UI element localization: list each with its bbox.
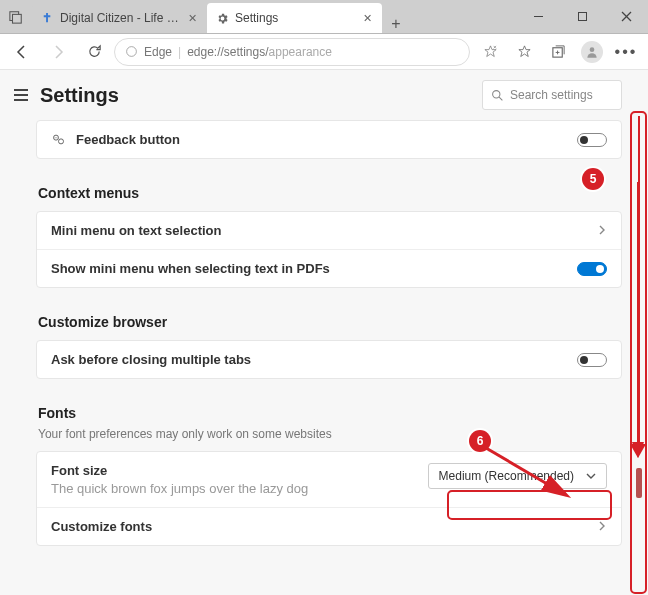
edge-icon — [125, 45, 138, 58]
feedback-toggle[interactable] — [577, 133, 607, 147]
row-ask-close-tabs: Ask before closing multiple tabs — [37, 341, 621, 378]
settings-content: Feedback button Context menus Mini menu … — [0, 116, 648, 595]
forward-button[interactable] — [42, 37, 74, 67]
favorites-button[interactable] — [508, 37, 540, 67]
svg-point-15 — [493, 90, 500, 97]
svg-point-18 — [59, 139, 64, 144]
page-title: Settings — [40, 84, 119, 107]
feedback-card: Feedback button — [36, 120, 622, 159]
settings-menu-button[interactable] — [14, 89, 28, 101]
row-font-size: Font size The quick brown fox jumps over… — [37, 452, 621, 507]
address-bar[interactable]: Edge | edge://settings/appearance — [114, 38, 470, 66]
section-context-menus: Context menus — [38, 185, 622, 201]
search-placeholder: Search settings — [510, 88, 593, 102]
chevron-right-icon — [597, 519, 607, 534]
svg-point-19 — [55, 137, 56, 138]
chevron-down-icon — [586, 471, 596, 481]
settings-header: Settings Search settings — [0, 70, 648, 116]
svg-point-14 — [590, 47, 595, 52]
omnibox-brand: Edge — [144, 45, 172, 59]
row-label: Show mini menu when selecting text in PD… — [51, 261, 330, 276]
dropdown-value: Medium (Recommended) — [439, 469, 574, 483]
ask-close-toggle[interactable] — [577, 353, 607, 367]
tab-label: Settings — [235, 11, 354, 25]
browser-toolbar: Edge | edge://settings/appearance ••• — [0, 34, 648, 70]
svg-point-20 — [56, 137, 57, 138]
settings-search[interactable]: Search settings — [482, 80, 622, 110]
favorite-page-button[interactable] — [474, 37, 506, 67]
row-customize-fonts[interactable]: Customize fonts — [37, 507, 621, 545]
refresh-button[interactable] — [78, 37, 110, 67]
window-titlebar: ✝ Digital Citizen - Life in a digital w … — [0, 0, 648, 34]
font-size-dropdown[interactable]: Medium (Recommended) — [428, 463, 607, 489]
svg-point-17 — [54, 135, 59, 140]
chevron-right-icon — [597, 223, 607, 238]
maximize-button[interactable] — [560, 0, 604, 33]
font-preview-text: The quick brown fox jumps over the lazy … — [51, 481, 308, 496]
close-icon[interactable]: ✕ — [185, 11, 199, 25]
context-menus-card: Mini menu on text selection Show mini me… — [36, 211, 622, 288]
avatar-icon — [581, 41, 603, 63]
pdf-mini-menu-toggle[interactable] — [577, 262, 607, 276]
svg-point-6 — [127, 47, 137, 57]
row-label: Ask before closing multiple tabs — [51, 352, 251, 367]
section-fonts-subtitle: Your font preferences may only work on s… — [38, 427, 622, 441]
tab-settings[interactable]: Settings ✕ — [207, 3, 382, 33]
row-label: Font size — [51, 463, 308, 478]
omnibox-path: appearance — [269, 45, 332, 59]
omnibox-prefix: edge://settings/ — [187, 45, 268, 59]
minimize-button[interactable] — [516, 0, 560, 33]
customize-card: Ask before closing multiple tabs — [36, 340, 622, 379]
svg-rect-1 — [13, 14, 22, 23]
svg-rect-3 — [578, 13, 586, 21]
favicon-cross-icon: ✝ — [40, 11, 54, 25]
close-window-button[interactable] — [604, 0, 648, 33]
new-tab-button[interactable]: + — [382, 15, 410, 33]
row-label: Mini menu on text selection — [51, 223, 221, 238]
tab-label: Digital Citizen - Life in a digital w — [60, 11, 179, 25]
row-label: Feedback button — [76, 132, 180, 147]
svg-line-16 — [499, 97, 502, 100]
section-fonts: Fonts — [38, 405, 622, 421]
fonts-card: Font size The quick brown fox jumps over… — [36, 451, 622, 546]
window-controls — [516, 0, 648, 33]
tab-strip: ✝ Digital Citizen - Life in a digital w … — [32, 0, 516, 33]
feedback-icon — [51, 132, 66, 147]
row-mini-menu-pdf: Show mini menu when selecting text in PD… — [37, 249, 621, 287]
tab-digital-citizen[interactable]: ✝ Digital Citizen - Life in a digital w … — [32, 3, 207, 33]
section-customize-browser: Customize browser — [38, 314, 622, 330]
more-button[interactable]: ••• — [610, 37, 642, 67]
collections-button[interactable] — [542, 37, 574, 67]
row-label: Customize fonts — [51, 519, 152, 534]
row-feedback-button: Feedback button — [37, 121, 621, 158]
search-icon — [491, 89, 504, 102]
tab-actions-button[interactable] — [0, 0, 32, 33]
row-mini-menu-text[interactable]: Mini menu on text selection — [37, 212, 621, 249]
back-button[interactable] — [6, 37, 38, 67]
close-icon[interactable]: ✕ — [360, 11, 374, 25]
profile-button[interactable] — [576, 37, 608, 67]
gear-icon — [215, 11, 229, 25]
